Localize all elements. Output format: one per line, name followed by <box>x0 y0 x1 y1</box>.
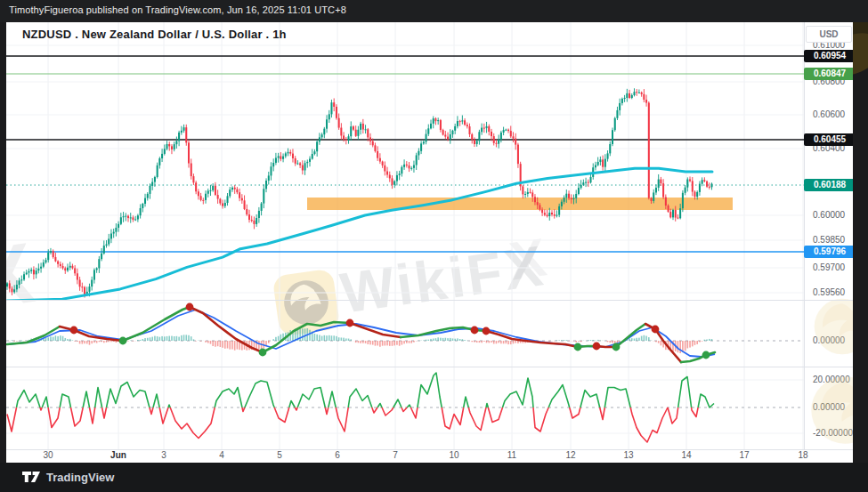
chart-title: NZDUSD . New Zealand Dollar / U.S. Dolla… <box>22 28 287 41</box>
publish-info-text: TimothyFigueroa published on TradingView… <box>9 4 346 15</box>
chart-panel: X X WikiFX NZDUSD . New Zea <box>6 22 853 463</box>
chart-plot-area[interactable] <box>6 22 853 463</box>
price-badge: 0.60847 <box>804 68 853 80</box>
tradingview-brand-text: TradingView <box>46 471 114 484</box>
tradingview-icon <box>21 470 41 484</box>
price-badge: 0.59796 <box>804 246 853 258</box>
macd-indicator <box>6 303 715 362</box>
publish-info-bar: TimothyFigueroa published on TradingView… <box>0 0 868 22</box>
wikifx-chart-screenshot: TimothyFigueroa published on TradingView… <box>0 0 868 492</box>
candlestick-series <box>6 88 713 297</box>
footer-bar: TradingView <box>0 463 868 492</box>
price-axis-currency[interactable]: USD <box>806 26 852 43</box>
moving-average-line <box>7 168 712 301</box>
tradingview-logo[interactable]: TradingView <box>21 470 114 484</box>
price-badge: 0.60188 <box>804 179 853 191</box>
price-badge: 0.60455 <box>804 133 853 146</box>
price-badge: 0.60954 <box>804 50 853 62</box>
